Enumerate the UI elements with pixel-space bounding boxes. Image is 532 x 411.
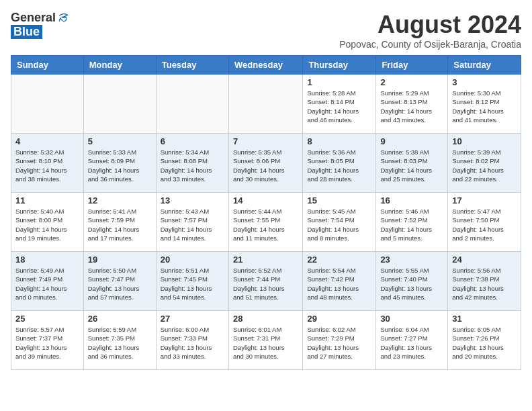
- day-info: Sunrise: 5:28 AM Sunset: 8:14 PM Dayligh…: [307, 89, 371, 124]
- day-number: 23: [380, 255, 443, 265]
- day-number: 4: [15, 136, 79, 146]
- day-info: Sunrise: 5:44 AM Sunset: 7:55 PM Dayligh…: [233, 207, 298, 242]
- day-info: Sunrise: 5:47 AM Sunset: 7:50 PM Dayligh…: [452, 207, 517, 242]
- day-info: Sunrise: 5:29 AM Sunset: 8:13 PM Dayligh…: [380, 89, 443, 124]
- day-info: Sunrise: 5:45 AM Sunset: 7:54 PM Dayligh…: [307, 207, 371, 242]
- calendar-day-cell: 27Sunrise: 6:00 AM Sunset: 7:33 PM Dayli…: [156, 311, 228, 370]
- title-area: August 2024 Popovac, County of Osijek-Ba…: [339, 11, 521, 50]
- day-info: Sunrise: 5:32 AM Sunset: 8:10 PM Dayligh…: [15, 148, 79, 183]
- calendar-day-cell: 28Sunrise: 6:01 AM Sunset: 7:31 PM Dayli…: [228, 311, 302, 370]
- calendar-week-row: 4Sunrise: 5:32 AM Sunset: 8:10 PM Daylig…: [11, 134, 521, 193]
- calendar-day-cell: [156, 75, 228, 134]
- calendar-day-cell: 24Sunrise: 5:56 AM Sunset: 7:38 PM Dayli…: [448, 252, 521, 311]
- calendar-day-cell: 29Sunrise: 6:02 AM Sunset: 7:29 PM Dayli…: [303, 311, 376, 370]
- calendar-day-cell: 15Sunrise: 5:45 AM Sunset: 7:54 PM Dayli…: [303, 193, 376, 252]
- day-info: Sunrise: 6:04 AM Sunset: 7:27 PM Dayligh…: [380, 325, 443, 361]
- day-info: Sunrise: 5:59 AM Sunset: 7:35 PM Dayligh…: [88, 325, 152, 361]
- day-info: Sunrise: 5:49 AM Sunset: 7:49 PM Dayligh…: [15, 266, 79, 302]
- logo-blue-text: Blue: [11, 25, 42, 39]
- day-number: 22: [307, 255, 371, 265]
- calendar-day-cell: 7Sunrise: 5:35 AM Sunset: 8:06 PM Daylig…: [228, 134, 302, 193]
- calendar-day-cell: 14Sunrise: 5:44 AM Sunset: 7:55 PM Dayli…: [228, 193, 302, 252]
- calendar-week-row: 1Sunrise: 5:28 AM Sunset: 8:14 PM Daylig…: [11, 75, 521, 134]
- calendar-day-cell: [83, 75, 156, 134]
- calendar-day-cell: 13Sunrise: 5:43 AM Sunset: 7:57 PM Dayli…: [156, 193, 228, 252]
- calendar-day-cell: 2Sunrise: 5:29 AM Sunset: 8:13 PM Daylig…: [376, 75, 448, 134]
- day-number: 8: [307, 136, 371, 146]
- calendar-week-row: 25Sunrise: 5:57 AM Sunset: 7:37 PM Dayli…: [11, 311, 521, 370]
- day-number: 12: [88, 195, 152, 205]
- day-number: 21: [233, 255, 298, 265]
- day-info: Sunrise: 5:55 AM Sunset: 7:40 PM Dayligh…: [380, 266, 443, 302]
- calendar-day-cell: 4Sunrise: 5:32 AM Sunset: 8:10 PM Daylig…: [11, 134, 84, 193]
- calendar-day-cell: 18Sunrise: 5:49 AM Sunset: 7:49 PM Dayli…: [11, 252, 84, 311]
- weekday-header-friday: Friday: [376, 56, 448, 75]
- day-number: 18: [15, 255, 79, 265]
- day-info: Sunrise: 5:52 AM Sunset: 7:44 PM Dayligh…: [233, 266, 298, 302]
- weekday-header-monday: Monday: [83, 56, 156, 75]
- calendar-day-cell: 30Sunrise: 6:04 AM Sunset: 7:27 PM Dayli…: [376, 311, 448, 370]
- day-info: Sunrise: 5:39 AM Sunset: 8:02 PM Dayligh…: [452, 148, 517, 183]
- logo: General Blue: [11, 11, 71, 39]
- day-number: 31: [452, 314, 517, 324]
- calendar-table: SundayMondayTuesdayWednesdayThursdayFrid…: [11, 55, 521, 370]
- calendar-day-cell: 5Sunrise: 5:33 AM Sunset: 8:09 PM Daylig…: [83, 134, 156, 193]
- weekday-header-thursday: Thursday: [303, 56, 376, 75]
- calendar-day-cell: [11, 75, 84, 134]
- day-number: 17: [452, 195, 517, 205]
- calendar-day-cell: 17Sunrise: 5:47 AM Sunset: 7:50 PM Dayli…: [448, 193, 521, 252]
- day-number: 10: [452, 136, 517, 146]
- day-number: 3: [452, 77, 517, 87]
- day-info: Sunrise: 5:50 AM Sunset: 7:47 PM Dayligh…: [88, 266, 152, 302]
- day-number: 26: [88, 314, 152, 324]
- calendar-day-cell: 9Sunrise: 5:38 AM Sunset: 8:03 PM Daylig…: [376, 134, 448, 193]
- calendar-day-cell: 21Sunrise: 5:52 AM Sunset: 7:44 PM Dayli…: [228, 252, 302, 311]
- calendar-day-cell: 10Sunrise: 5:39 AM Sunset: 8:02 PM Dayli…: [448, 134, 521, 193]
- day-info: Sunrise: 5:40 AM Sunset: 8:00 PM Dayligh…: [15, 207, 79, 242]
- day-info: Sunrise: 5:35 AM Sunset: 8:06 PM Dayligh…: [233, 148, 298, 183]
- day-info: Sunrise: 6:01 AM Sunset: 7:31 PM Dayligh…: [233, 325, 298, 361]
- day-info: Sunrise: 5:38 AM Sunset: 8:03 PM Dayligh…: [380, 148, 443, 183]
- calendar-day-cell: 12Sunrise: 5:41 AM Sunset: 7:59 PM Dayli…: [83, 193, 156, 252]
- calendar-day-cell: 3Sunrise: 5:30 AM Sunset: 8:12 PM Daylig…: [448, 75, 521, 134]
- day-info: Sunrise: 5:34 AM Sunset: 8:08 PM Dayligh…: [161, 148, 224, 183]
- calendar-day-cell: 23Sunrise: 5:55 AM Sunset: 7:40 PM Dayli…: [376, 252, 448, 311]
- day-info: Sunrise: 5:46 AM Sunset: 7:52 PM Dayligh…: [380, 207, 443, 242]
- day-info: Sunrise: 5:56 AM Sunset: 7:38 PM Dayligh…: [452, 266, 517, 302]
- day-number: 20: [161, 255, 224, 265]
- calendar-day-cell: 11Sunrise: 5:40 AM Sunset: 8:00 PM Dayli…: [11, 193, 84, 252]
- day-number: 16: [380, 195, 443, 205]
- calendar-day-cell: 19Sunrise: 5:50 AM Sunset: 7:47 PM Dayli…: [83, 252, 156, 311]
- calendar-day-cell: 22Sunrise: 5:54 AM Sunset: 7:42 PM Dayli…: [303, 252, 376, 311]
- calendar-day-cell: 26Sunrise: 5:59 AM Sunset: 7:35 PM Dayli…: [83, 311, 156, 370]
- calendar-day-cell: 20Sunrise: 5:51 AM Sunset: 7:45 PM Dayli…: [156, 252, 228, 311]
- weekday-header-tuesday: Tuesday: [156, 56, 228, 75]
- day-number: 30: [380, 314, 443, 324]
- location-subtitle: Popovac, County of Osijek-Baranja, Croat…: [339, 39, 521, 50]
- day-info: Sunrise: 6:05 AM Sunset: 7:26 PM Dayligh…: [452, 325, 517, 361]
- day-number: 29: [307, 314, 371, 324]
- calendar-week-row: 11Sunrise: 5:40 AM Sunset: 8:00 PM Dayli…: [11, 193, 521, 252]
- calendar-day-cell: 1Sunrise: 5:28 AM Sunset: 8:14 PM Daylig…: [303, 75, 376, 134]
- calendar-day-cell: 25Sunrise: 5:57 AM Sunset: 7:37 PM Dayli…: [11, 311, 84, 370]
- day-info: Sunrise: 5:33 AM Sunset: 8:09 PM Dayligh…: [88, 148, 152, 183]
- day-number: 13: [161, 195, 224, 205]
- weekday-header-saturday: Saturday: [448, 56, 521, 75]
- calendar-day-cell: 31Sunrise: 6:05 AM Sunset: 7:26 PM Dayli…: [448, 311, 521, 370]
- day-number: 7: [233, 136, 298, 146]
- day-info: Sunrise: 5:43 AM Sunset: 7:57 PM Dayligh…: [161, 207, 224, 242]
- day-number: 9: [380, 136, 443, 146]
- day-number: 28: [233, 314, 298, 324]
- calendar-day-cell: [228, 75, 302, 134]
- day-info: Sunrise: 6:00 AM Sunset: 7:33 PM Dayligh…: [161, 325, 224, 361]
- day-number: 14: [233, 195, 298, 205]
- month-title: August 2024: [339, 11, 521, 39]
- day-info: Sunrise: 5:51 AM Sunset: 7:45 PM Dayligh…: [161, 266, 224, 302]
- day-number: 24: [452, 255, 517, 265]
- calendar-day-cell: 16Sunrise: 5:46 AM Sunset: 7:52 PM Dayli…: [376, 193, 448, 252]
- logo-bird-icon: [57, 11, 71, 25]
- day-number: 19: [88, 255, 152, 265]
- day-number: 1: [307, 77, 371, 87]
- day-info: Sunrise: 5:41 AM Sunset: 7:59 PM Dayligh…: [88, 207, 152, 242]
- day-number: 2: [380, 77, 443, 87]
